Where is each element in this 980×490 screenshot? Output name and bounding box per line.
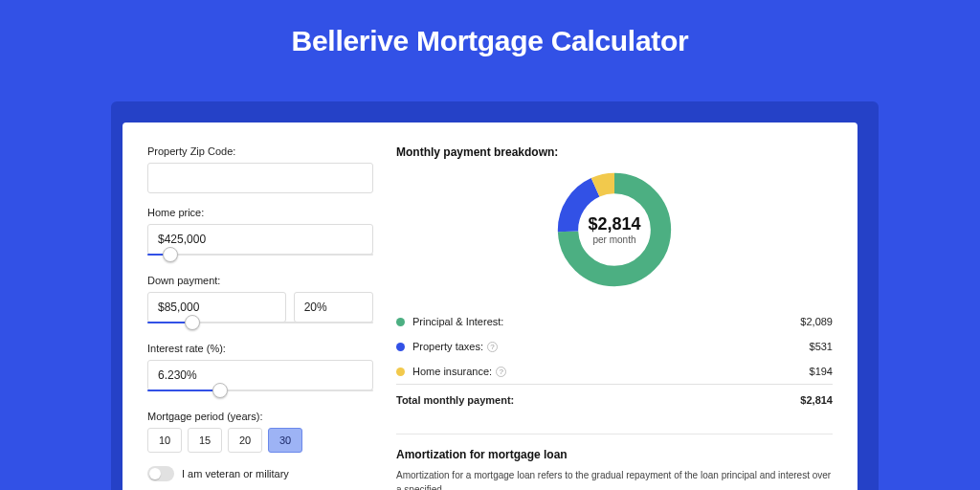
legend-total-row: Total monthly payment:$2,814	[396, 384, 833, 412]
down-payment-group: Down payment:	[147, 275, 373, 329]
breakdown-title: Monthly payment breakdown:	[396, 145, 833, 159]
legend-label: Home insurance:?	[412, 366, 506, 377]
legend: Principal & Interest:$2,089Property taxe…	[396, 308, 833, 412]
down-payment-slider[interactable]	[147, 320, 373, 329]
calculator-panel: Property Zip Code: Home price: Down paym…	[122, 122, 858, 490]
zip-label: Property Zip Code:	[147, 145, 373, 157]
amortization-title: Amortization for mortgage loan	[396, 448, 833, 461]
amortization-section: Amortization for mortgage loan Amortizat…	[396, 434, 833, 490]
legend-amount: $2,089	[800, 316, 833, 327]
breakdown-column: Monthly payment breakdown: $2,814 per mo…	[396, 145, 833, 490]
home-price-input[interactable]	[147, 224, 373, 255]
period-group: Mortgage period (years): 10152030	[147, 411, 373, 453]
period-label: Mortgage period (years):	[147, 411, 373, 422]
home-price-slider[interactable]	[147, 252, 373, 261]
home-price-label: Home price:	[147, 207, 373, 218]
donut-sub: per month	[592, 234, 635, 245]
swatch-icon	[396, 318, 405, 326]
legend-row: Principal & Interest:$2,089	[396, 308, 833, 334]
slider-thumb-icon[interactable]	[212, 383, 228, 398]
legend-row: Property taxes:?$531	[396, 334, 833, 359]
slider-thumb-icon[interactable]	[163, 247, 178, 262]
home-price-group: Home price:	[147, 207, 373, 261]
swatch-icon	[396, 368, 405, 376]
period-button-20[interactable]: 20	[228, 428, 262, 453]
legend-amount: $194	[810, 366, 833, 377]
zip-group: Property Zip Code:	[147, 145, 373, 193]
inputs-column: Property Zip Code: Home price: Down paym…	[147, 145, 373, 490]
period-button-15[interactable]: 15	[188, 428, 222, 453]
interest-label: Interest rate (%):	[147, 343, 373, 354]
donut-center: $2,814 per month	[553, 168, 676, 291]
down-payment-pct-input[interactable]	[294, 292, 373, 323]
legend-label: Property taxes:?	[412, 341, 498, 352]
veteran-toggle-row: I am veteran or military	[147, 466, 373, 481]
period-button-10[interactable]: 10	[147, 428, 182, 453]
legend-label: Principal & Interest:	[412, 316, 503, 327]
info-icon[interactable]: ?	[496, 367, 506, 377]
swatch-icon	[396, 343, 405, 351]
period-row: 10152030	[147, 428, 373, 453]
total-label: Total monthly payment:	[396, 394, 514, 406]
veteran-toggle[interactable]	[147, 466, 174, 481]
toggle-dot-icon	[149, 468, 161, 479]
donut-chart: $2,814 per month	[396, 168, 833, 291]
donut-value: $2,814	[588, 214, 640, 234]
down-payment-input[interactable]	[147, 292, 286, 323]
legend-row: Home insurance:?$194	[396, 359, 833, 384]
legend-amount: $531	[810, 341, 833, 352]
zip-input[interactable]	[147, 163, 373, 193]
period-button-30[interactable]: 30	[268, 428, 302, 453]
amortization-text: Amortization for a mortgage loan refers …	[396, 469, 833, 490]
page-title: Bellerive Mortgage Calculator	[0, 0, 980, 73]
interest-group: Interest rate (%):	[147, 343, 373, 397]
slider-thumb-icon[interactable]	[185, 315, 200, 330]
interest-input[interactable]	[147, 360, 373, 390]
info-icon[interactable]: ?	[487, 342, 498, 352]
veteran-label: I am veteran or military	[182, 468, 289, 479]
down-payment-label: Down payment:	[147, 275, 373, 286]
total-amount: $2,814	[800, 394, 833, 406]
interest-slider[interactable]	[147, 388, 373, 397]
